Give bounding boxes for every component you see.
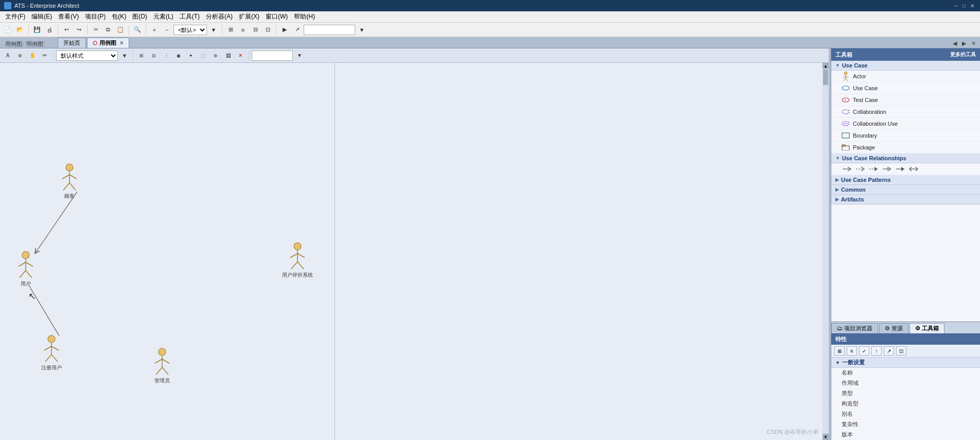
diagram-search[interactable] bbox=[252, 50, 293, 61]
dt-btn4[interactable]: ◉ bbox=[173, 50, 184, 61]
diagram-canvas[interactable]: 顾客 用户 bbox=[0, 63, 829, 440]
menu-extend[interactable]: 扩展(X) bbox=[236, 11, 262, 22]
dt-select[interactable]: A bbox=[2, 50, 13, 61]
rel-icon-1[interactable] bbox=[842, 165, 852, 173]
rel-icon-6[interactable] bbox=[908, 165, 919, 173]
scroll-up[interactable]: ▲ bbox=[822, 63, 829, 69]
menu-analyzer[interactable]: 分析器(A) bbox=[203, 11, 236, 22]
dt-btn3[interactable]: ⋮ bbox=[161, 50, 172, 61]
toolbox-item-collaboration[interactable]: Collaboration bbox=[831, 106, 980, 118]
dt-btn5[interactable]: ✦ bbox=[185, 50, 197, 61]
prop-section-general[interactable]: 一般设置 bbox=[831, 358, 980, 368]
tb-distribute[interactable]: ⊟ bbox=[250, 24, 261, 36]
tab-home[interactable]: 开始页 bbox=[58, 38, 86, 48]
toolbox-item-testcase[interactable]: T Test Case bbox=[831, 94, 980, 106]
bottom-tab-resources[interactable]: ⚙ 资源 bbox=[879, 323, 908, 333]
dt-pan[interactable]: ✋ bbox=[27, 50, 38, 61]
dt-format[interactable]: ✏ bbox=[39, 50, 50, 61]
menu-view[interactable]: 查看(V) bbox=[55, 11, 82, 22]
menu-element[interactable]: 元素(L) bbox=[150, 11, 177, 22]
more-tools-link[interactable]: 更多的工具 bbox=[950, 51, 976, 58]
minimize-button[interactable]: ─ bbox=[952, 2, 959, 9]
menu-window[interactable]: 窗口(W) bbox=[262, 11, 291, 22]
tb-zoom-in[interactable]: + bbox=[149, 24, 160, 36]
dt-btn2[interactable]: ⊟ bbox=[148, 50, 160, 61]
tb-filter[interactable]: ▼ bbox=[356, 24, 367, 36]
tab-diagram[interactable]: ⬡ 用例图 ✕ bbox=[87, 38, 129, 48]
actor-注册用户[interactable]: 注册用户 bbox=[41, 335, 62, 371]
search-input[interactable] bbox=[304, 25, 355, 35]
scroll-track[interactable] bbox=[822, 69, 829, 434]
tb-open[interactable]: 📂 bbox=[14, 24, 26, 36]
dt-btn1[interactable]: ⊞ bbox=[136, 50, 147, 61]
dt-lasso[interactable]: ⊕ bbox=[14, 50, 26, 61]
rel-icon-5[interactable] bbox=[895, 165, 905, 173]
scroll-thumb[interactable] bbox=[823, 70, 828, 85]
tb-undo[interactable]: ↩ bbox=[61, 24, 72, 36]
bottom-tab-browser[interactable]: 🗂 项目浏览器 bbox=[831, 323, 878, 333]
prop-icon-4[interactable]: ↑ bbox=[871, 346, 882, 356]
toolbox-item-actor[interactable]: Actor bbox=[831, 71, 980, 82]
tb-run[interactable]: ▶ bbox=[279, 24, 290, 36]
canvas-scrollbar[interactable]: ▲ ▼ bbox=[822, 63, 829, 440]
tb-zoom-out[interactable]: − bbox=[161, 24, 172, 36]
prop-icon-2[interactable]: ≡ bbox=[847, 346, 857, 356]
scroll-down[interactable]: ▼ bbox=[822, 434, 829, 440]
rel-icon-4[interactable] bbox=[882, 165, 892, 173]
tb-search[interactable]: 🔍 bbox=[132, 24, 143, 36]
style-dropdown[interactable]: 默认样式 bbox=[56, 50, 118, 61]
tab-nav-right[interactable]: ▶ bbox=[960, 39, 968, 48]
tab-close-button[interactable]: ✕ bbox=[119, 40, 124, 46]
tb-save[interactable]: 💾 bbox=[31, 24, 43, 36]
dt-image[interactable]: 🖼 bbox=[222, 50, 234, 61]
close-button[interactable]: ✕ bbox=[969, 2, 976, 9]
tb-redo[interactable]: ↪ bbox=[73, 24, 84, 36]
section-common[interactable]: Common bbox=[831, 185, 980, 195]
menu-diagram[interactable]: 图(D) bbox=[129, 11, 150, 22]
prop-icon-5[interactable]: ↗ bbox=[884, 346, 894, 356]
menu-file[interactable]: 文件(F) bbox=[2, 11, 28, 22]
toolbox-item-boundary[interactable]: Boundary bbox=[831, 130, 980, 142]
tb-cut[interactable]: ✂ bbox=[90, 24, 101, 36]
tb-more1[interactable]: ▼ bbox=[208, 24, 219, 36]
bottom-tab-toolbox[interactable]: ⚙ 工具箱 bbox=[909, 323, 944, 333]
menu-help[interactable]: 帮助(H) bbox=[291, 11, 318, 22]
dt-btn7[interactable]: ⊛ bbox=[210, 50, 221, 61]
rel-icon-2[interactable] bbox=[855, 165, 865, 173]
menu-edit[interactable]: 编辑(E) bbox=[28, 11, 55, 22]
tb-paste[interactable]: 📋 bbox=[115, 24, 126, 36]
menu-tools[interactable]: 工具(T) bbox=[177, 11, 203, 22]
section-use-case[interactable]: Use Case bbox=[831, 61, 980, 71]
menu-project[interactable]: 项目(P) bbox=[82, 11, 109, 22]
tb-zoom-fit[interactable]: ⊡ bbox=[262, 24, 273, 36]
toolbox-item-usecase[interactable]: Use Case bbox=[831, 82, 980, 94]
tb-grid[interactable]: ⊞ bbox=[225, 24, 236, 36]
actor-顾客[interactable]: 顾客 bbox=[59, 163, 80, 200]
section-patterns[interactable]: Use Case Patterns bbox=[831, 175, 980, 185]
actor-管理员[interactable]: 管理员 bbox=[152, 348, 172, 384]
dt-filter-icon[interactable]: ▼ bbox=[294, 50, 305, 61]
dt-delete[interactable]: ✕ bbox=[235, 50, 246, 61]
tab-nav-close[interactable]: ✕ bbox=[969, 39, 978, 48]
maximize-button[interactable]: □ bbox=[960, 2, 968, 9]
tb-new[interactable]: 📄 bbox=[2, 24, 13, 36]
tb-print[interactable]: 🖨 bbox=[44, 24, 55, 36]
prop-icon-6[interactable]: ⊡ bbox=[896, 346, 906, 356]
actor-用户[interactable]: 用户 bbox=[15, 251, 36, 287]
tab-nav-left[interactable]: ◀ bbox=[951, 39, 959, 48]
dt-btn6[interactable]: ⬚ bbox=[198, 50, 209, 61]
menu-package[interactable]: 包(K) bbox=[109, 11, 129, 22]
prop-icon-3[interactable]: ✓ bbox=[859, 346, 869, 356]
tb-copy[interactable]: ⧉ bbox=[102, 24, 114, 36]
tb-export[interactable]: ↗ bbox=[291, 24, 303, 36]
section-relationships[interactable]: Use Case Relationships bbox=[831, 154, 980, 163]
prop-icon-1[interactable]: ⊞ bbox=[834, 346, 845, 356]
tb-default-dropdown[interactable]: <默认> bbox=[173, 25, 207, 35]
toolbox-item-collaboration-use[interactable]: Collaboration Use bbox=[831, 118, 980, 130]
actor-用户评价系统[interactable]: 用户评价系统 bbox=[282, 242, 313, 279]
dt-more[interactable]: ▼ bbox=[119, 50, 130, 61]
section-artifacts[interactable]: Artifacts bbox=[831, 195, 980, 205]
rel-icon-3[interactable] bbox=[868, 165, 879, 173]
tb-align[interactable]: ≡ bbox=[237, 24, 249, 36]
toolbox-item-package[interactable]: Package bbox=[831, 142, 980, 154]
